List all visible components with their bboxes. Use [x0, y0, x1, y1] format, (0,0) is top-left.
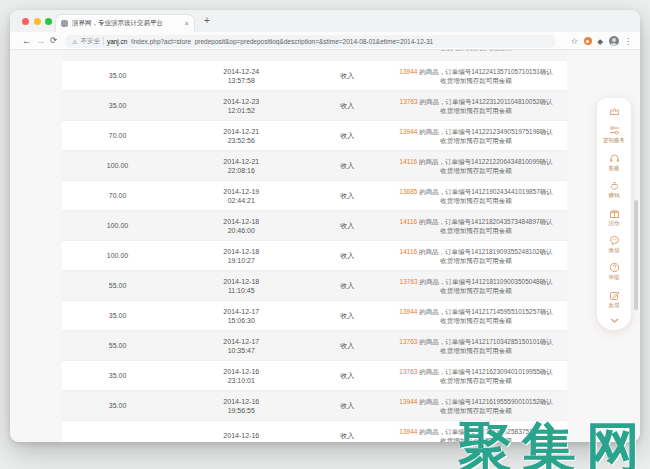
type-cell: 收入: [309, 311, 385, 321]
item-id-link[interactable]: 14116: [400, 158, 418, 165]
table-row: 100.00 2014-12-21 22:08:16 收入 14116 的商品，…: [62, 151, 567, 181]
table-row-clip: 35.00 2014-12-17 15:06:30 收入 13944 的商品，订…: [62, 301, 567, 331]
type-cell: 收入: [309, 251, 385, 261]
new-tab-button[interactable]: +: [204, 14, 210, 28]
amount-cell: 100.00: [62, 252, 173, 259]
table-row: 35.00 2014-12-16 23:10:01 收入 13763 的商品，订…: [62, 361, 567, 391]
sidebar-item-earn[interactable]: 赚钱: [602, 180, 626, 199]
description-line1: 13944 的商品，订单编号1412161955590010152确认: [385, 397, 567, 406]
not-secure-warning-icon: ⚠: [72, 38, 77, 45]
table-row: 35.00 2014-12-23 12:01:52 收入 13763 的商品，订…: [62, 91, 567, 121]
browser-tab[interactable]: 演界网，专业演示设计交易平台 ×: [55, 14, 195, 32]
custom-service-icon: [609, 125, 620, 136]
order-text: 的商品，订单编号1412181909355248102确认: [417, 248, 553, 255]
item-id-link[interactable]: 13763: [399, 368, 417, 375]
table-row: 2014-12-16 收入 13944 的商品，订单编号141216182025…: [62, 421, 567, 442]
time-text: 19:56:55: [173, 406, 309, 415]
description-line1: 13763 的商品，订单编号1412231201104810052确认: [385, 97, 567, 106]
minimize-window-button[interactable]: [34, 18, 41, 25]
order-text: 的商品，订单编号1412162309401019955确认: [417, 368, 553, 375]
item-id-link[interactable]: 14116: [400, 218, 418, 225]
description-cell: 14116 的商品，订单编号1412212206434810099确认 收货增加…: [385, 157, 567, 175]
item-id-link[interactable]: 13763: [400, 98, 418, 105]
window-controls: [22, 18, 52, 25]
datetime-cell: 2014-12-16 23:10:01: [173, 367, 309, 385]
time-text: 23:52:56: [173, 136, 309, 145]
bookmark-star-icon[interactable]: ☆: [571, 36, 579, 46]
datetime-cell: 14:27:13: [173, 50, 309, 52]
page-scrollbar[interactable]: [634, 200, 638, 310]
table-row-clip: 2014-12-16 收入 13944 的商品，订单编号141216182025…: [62, 421, 567, 442]
profile-avatar[interactable]: [609, 36, 619, 46]
amount-cell: 35.00: [62, 102, 173, 109]
item-id-link[interactable]: 13944: [399, 308, 417, 315]
extensions-puzzle-icon[interactable]: ◆: [597, 37, 603, 46]
table-row: 35.00 2014-12-16 19:56:55 收入 13944 的商品，订…: [62, 391, 567, 421]
sidebar-item-help[interactable]: 帮助: [602, 262, 626, 281]
description-cell: 13944 的商品，订单编号1412161820258375299确认 收货增加…: [385, 427, 567, 443]
time-text: 14:27:13: [173, 50, 309, 52]
description-line1: 14116 的商品，订单编号1412212206434810099确认: [385, 157, 567, 166]
table-row: 55.00 2014-12-17 10:35:47 收入 13763 的商品，订…: [62, 331, 567, 361]
description-line1: 14116 的商品，订单编号1412182043573484897确认: [385, 217, 567, 226]
extension-orange-icon[interactable]: [584, 37, 592, 45]
back-icon[interactable]: ←: [22, 32, 32, 50]
date-text: 2014-12-18: [173, 277, 309, 286]
address-bar[interactable]: ⚠ 不安全 yanj.cn /index.php?act=store_prede…: [65, 35, 556, 48]
maximize-window-button[interactable]: [45, 18, 52, 25]
table-row: 55.00 2014-12-18 11:10:45 收入 13763 的商品，订…: [62, 271, 567, 301]
reload-icon[interactable]: ⟳: [50, 32, 57, 50]
item-id-link[interactable]: 13944: [399, 68, 417, 75]
forward-icon[interactable]: →: [36, 32, 46, 50]
sidebar-collapse[interactable]: [609, 317, 620, 324]
description-line1: 13763 的商品，订单编号1412181109003505048确认: [385, 277, 567, 286]
sidebar-item-support[interactable]: 客服: [602, 153, 626, 172]
table-row-clip: 35.00 2014-12-16 23:10:01 收入 13763 的商品，订…: [62, 361, 567, 391]
description-line2: 收货增加预存款可用金额: [385, 50, 567, 52]
amount-cell: 100.00: [62, 222, 173, 229]
sidebar-item-vip[interactable]: [609, 106, 620, 117]
sidebar-item-feedback[interactable]: 反馈: [602, 290, 626, 309]
feedback-icon: [609, 290, 620, 301]
amount-cell: 35.00: [62, 402, 173, 409]
table-row-clip: 70.00 2014-12-19 02:44:21 收入 13685 的商品，订…: [62, 181, 567, 211]
item-id-link[interactable]: 13685: [399, 188, 417, 195]
time-text: 10:35:47: [173, 346, 309, 355]
sidebar-item-wechat[interactable]: 微信: [602, 235, 626, 254]
url-domain: yanj.cn: [107, 38, 128, 45]
datetime-cell: 2014-12-17 10:35:47: [173, 337, 309, 355]
sidebar-item-label: 客服: [602, 165, 626, 172]
tab-close-icon[interactable]: ×: [185, 20, 189, 28]
site-favicon-icon: [61, 20, 68, 27]
item-id-link[interactable]: 13944: [399, 398, 417, 405]
item-id-link[interactable]: 13763: [400, 278, 418, 285]
description-line2: 收货增加预存款可用金额: [385, 346, 567, 355]
description-cell: 13763 的商品，订单编号1412231201104810052确认 收货增加…: [385, 97, 567, 115]
order-text: 的商品，订单编号1412161820258375299确认: [417, 428, 553, 435]
time-text: 12:01:52: [173, 106, 309, 115]
description-line2: 收货增加预存款可用金额: [385, 226, 567, 235]
description-cell: 13685 的商品，订单编号1412190243441019857确认 收货增加…: [385, 187, 567, 205]
item-id-link[interactable]: 13944: [399, 428, 417, 435]
sidebar-item-label: 活动: [602, 220, 626, 227]
item-id-link[interactable]: 14116: [400, 248, 418, 255]
time-text: 13:57:58: [173, 76, 309, 85]
close-window-button[interactable]: [22, 18, 29, 25]
navigation-bar: ← → ⟳ ⚠ 不安全 yanj.cn /index.php?act=store…: [10, 32, 640, 50]
table-row-clip: 55.00 2014-12-17 10:35:47 收入 13763 的商品，订…: [62, 331, 567, 361]
table-row-clip: 35.00 2014-12-24 13:57:58 收入 13944 的商品，订…: [62, 61, 567, 91]
browser-menu-icon[interactable]: ⋮: [624, 37, 632, 46]
order-text: 的商品，订单编号1412181109003505048确认: [418, 278, 553, 285]
description-line2: 收货增加预存款可用金额: [385, 106, 567, 115]
description-line1: 13944 的商品，订单编号1412171459551015257确认: [385, 307, 567, 316]
date-text: 2014-12-18: [173, 217, 309, 226]
date-text: 2014-12-18: [173, 247, 309, 256]
order-text: 的商品，订单编号1412171034285150101确认: [417, 338, 553, 345]
sidebar-item-custom-service[interactable]: 定制服务: [602, 125, 626, 144]
wechat-icon: [609, 235, 620, 246]
item-id-link[interactable]: 13944: [399, 128, 417, 135]
time-text: 15:06:30: [173, 316, 309, 325]
sidebar-item-activity[interactable]: 活动: [602, 208, 626, 227]
item-id-link[interactable]: 13763: [399, 338, 417, 345]
url-path: /index.php?act=store_predeposit&op=prede…: [131, 38, 434, 45]
